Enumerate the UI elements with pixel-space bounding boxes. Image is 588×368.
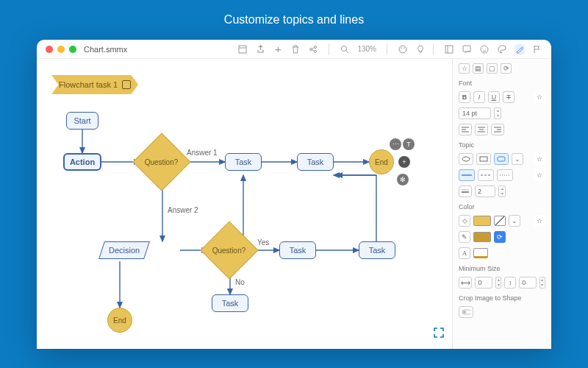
- svg-line-6: [346, 51, 348, 53]
- svg-rect-0: [239, 46, 246, 53]
- pin-color-icon[interactable]: ☆: [534, 215, 545, 227]
- shape-rect-button[interactable]: [476, 153, 491, 165]
- tab-star-icon[interactable]: ☆: [459, 63, 470, 74]
- palette-icon[interactable]: [398, 44, 408, 54]
- fill-more-button[interactable]: ⌄: [509, 215, 520, 227]
- font-size-stepper[interactable]: ▴▾: [494, 107, 501, 119]
- no-fill-swatch[interactable]: [494, 216, 506, 226]
- stroke-auto-button[interactable]: ⟳: [494, 231, 506, 243]
- crop-row: [459, 306, 545, 318]
- node-task5[interactable]: Task: [212, 294, 248, 312]
- pin-font-icon[interactable]: ☆: [534, 91, 545, 103]
- node-question1[interactable]: Question?: [132, 132, 190, 191]
- traffic-lights: [46, 46, 76, 53]
- tab-layers-icon[interactable]: ▤: [473, 63, 484, 74]
- font-size-select[interactable]: 14 pt: [459, 107, 491, 119]
- toolbar: + 130%: [237, 43, 542, 55]
- text-color-swatch[interactable]: [473, 248, 488, 258]
- underline-button[interactable]: U: [488, 91, 500, 103]
- panel-notes-icon[interactable]: [462, 44, 472, 54]
- node-handle-top[interactable]: ⋯: [390, 138, 401, 150]
- zoom-level[interactable]: 130%: [357, 45, 376, 53]
- strike-button[interactable]: T: [503, 91, 514, 103]
- text-color-row: A: [459, 247, 545, 259]
- tab-image-icon[interactable]: ▢: [487, 63, 498, 74]
- border-solid-button[interactable]: [459, 169, 475, 181]
- italic-button[interactable]: I: [473, 91, 485, 103]
- stroke-icon: ✎: [459, 231, 470, 243]
- bulb-icon[interactable]: [415, 44, 426, 54]
- min-height-input[interactable]: 0: [519, 277, 536, 289]
- search-icon[interactable]: [340, 44, 350, 54]
- svg-rect-18: [498, 157, 505, 161]
- panel-outline-icon[interactable]: [444, 44, 454, 54]
- shape-roundrect-button[interactable]: [494, 153, 509, 165]
- node-start[interactable]: Start: [66, 112, 98, 130]
- node-action[interactable]: Action: [63, 153, 101, 171]
- node-decision[interactable]: Decision: [98, 241, 150, 259]
- align-right-button[interactable]: [491, 124, 504, 135]
- maximize-icon[interactable]: [69, 46, 76, 53]
- external-link-icon[interactable]: [122, 80, 131, 89]
- banner-title: Customize topics and lines: [224, 13, 364, 26]
- stroke-color-row: ✎ ⟳: [459, 231, 545, 243]
- border-width-stepper[interactable]: ▴▾: [498, 185, 506, 197]
- svg-point-16: [462, 157, 470, 161]
- tab-refresh-icon[interactable]: ⟳: [501, 63, 512, 74]
- node-task1[interactable]: Task: [225, 153, 262, 171]
- min-height-stepper[interactable]: ▴▾: [539, 277, 545, 289]
- border-width-row: 2 ▴▾: [459, 185, 545, 197]
- node-task4[interactable]: Task: [359, 241, 395, 259]
- inspector-tabs: ☆ ▤ ▢ ⟳: [459, 63, 545, 74]
- svg-point-13: [481, 46, 488, 53]
- node-end1[interactable]: End: [369, 149, 394, 174]
- app-window: Chart.smmx + 130%: [37, 40, 551, 349]
- canvas[interactable]: Flowchart task 1 Start Action Question? …: [37, 59, 452, 349]
- shape-ellipse-button[interactable]: [459, 153, 473, 165]
- border-width-input[interactable]: 2: [475, 185, 495, 197]
- fill-swatch[interactable]: [473, 216, 491, 226]
- node-end2[interactable]: End: [107, 308, 132, 333]
- fill-icon: ◇: [459, 215, 470, 227]
- bold-button[interactable]: B: [459, 91, 470, 103]
- svg-rect-10: [445, 46, 453, 53]
- pin-border-icon[interactable]: ☆: [534, 169, 545, 181]
- svg-point-7: [399, 46, 406, 53]
- border-dashed-button[interactable]: [478, 169, 494, 181]
- node-handle-text[interactable]: T: [403, 138, 415, 150]
- panel-emoji-icon[interactable]: [479, 44, 490, 54]
- min-width-input[interactable]: 0: [475, 277, 492, 289]
- panel-style-icon[interactable]: [514, 44, 525, 54]
- edge-label-no: No: [235, 278, 245, 286]
- stroke-swatch[interactable]: [473, 232, 491, 242]
- node-handle-add[interactable]: +: [398, 156, 410, 168]
- minimize-icon[interactable]: [57, 46, 65, 53]
- node-question2[interactable]: Question?: [200, 221, 258, 279]
- fill-color-row: ◇ ⌄ ☆: [459, 215, 545, 227]
- text-color-icon: A: [459, 247, 470, 259]
- crop-toggle[interactable]: [459, 306, 473, 318]
- color-section-label: Color: [459, 203, 545, 210]
- node-task3[interactable]: Task: [279, 241, 316, 259]
- align-left-button[interactable]: [459, 124, 472, 135]
- node-handle-more[interactable]: ✻: [397, 174, 409, 185]
- panel-theme-icon[interactable]: [497, 44, 507, 54]
- share-icon[interactable]: [255, 44, 265, 54]
- border-dotted-button[interactable]: [497, 169, 513, 181]
- inspector-sidebar: ☆ ▤ ▢ ⟳ Font B I U T ☆ 14 pt ▴▾: [452, 59, 551, 349]
- flowchart-title-tag[interactable]: Flowchart task 1: [51, 75, 138, 94]
- expand-icon[interactable]: [433, 327, 445, 342]
- layout-icon[interactable]: [237, 44, 248, 54]
- min-width-stepper[interactable]: ▴▾: [495, 277, 501, 289]
- align-center-button[interactable]: [475, 124, 488, 135]
- node-task2[interactable]: Task: [297, 153, 334, 171]
- pin-topic-icon[interactable]: ☆: [534, 153, 545, 165]
- width-icon: ⟷: [459, 277, 472, 289]
- trash-icon[interactable]: [290, 44, 301, 54]
- svg-point-9: [404, 47, 405, 49]
- link-share-icon[interactable]: [308, 44, 318, 54]
- panel-flag-icon[interactable]: [532, 44, 542, 54]
- add-icon[interactable]: +: [273, 44, 283, 54]
- close-icon[interactable]: [46, 46, 53, 53]
- shape-more-button[interactable]: ⌄: [512, 153, 523, 165]
